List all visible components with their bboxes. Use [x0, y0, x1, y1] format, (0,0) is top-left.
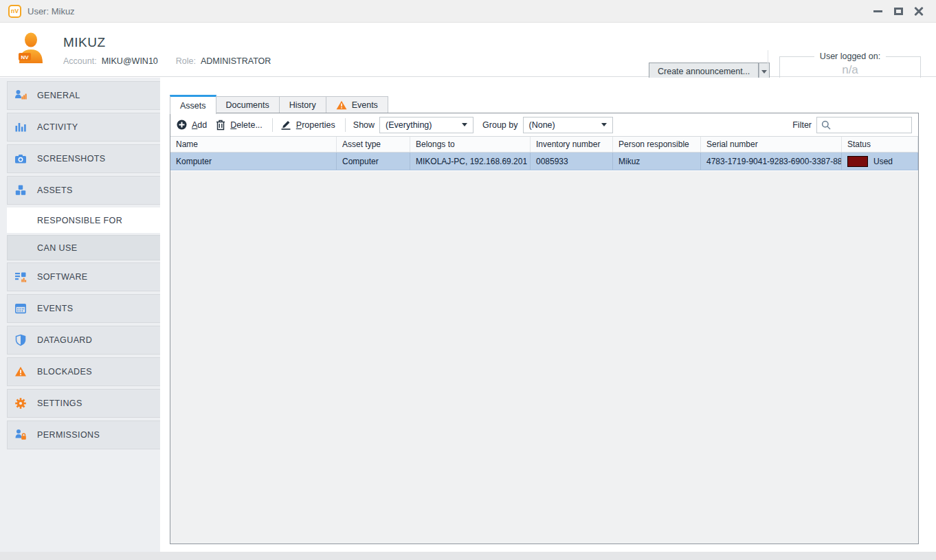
cell-person-responsible: Mikuz	[613, 153, 701, 170]
tab-assets[interactable]: Assets	[170, 95, 216, 114]
tab-events[interactable]: Events	[326, 96, 388, 113]
assets-toolbar: Add Delete... Pro	[170, 113, 918, 137]
add-button[interactable]: Add	[177, 120, 207, 130]
cell-name: Komputer	[170, 153, 337, 170]
status-color-swatch	[847, 156, 868, 167]
sidebar-item-permissions[interactable]: PERMISSIONS	[7, 421, 160, 449]
delete-icon	[216, 120, 225, 131]
group-by-dropdown-value: (None)	[529, 120, 555, 130]
minimize-icon	[873, 10, 882, 12]
window-title: User: Mikuz	[27, 6, 75, 16]
close-icon	[914, 6, 924, 16]
sidebar-item-label: CAN USE	[37, 243, 77, 253]
delete-button[interactable]: Delete...	[216, 120, 263, 131]
tab-label: Events	[352, 100, 378, 110]
sidebar-item-label: BLOCKADES	[37, 367, 92, 377]
column-header-status[interactable]: Status	[842, 137, 918, 152]
status-text: Used	[873, 157, 893, 166]
properties-icon	[280, 120, 291, 130]
logged-on-value: n/a	[780, 63, 920, 77]
bar-chart-icon	[14, 121, 27, 133]
tab-history[interactable]: History	[280, 96, 326, 113]
delete-label: Delete...	[230, 120, 263, 130]
software-icon	[14, 271, 27, 283]
column-header-name[interactable]: Name	[170, 137, 337, 152]
sidebar-item-dataguard[interactable]: DATAGUARD	[7, 326, 160, 355]
main-content: Assets Documents History Events	[160, 78, 936, 552]
group-by-label: Group by	[482, 120, 517, 130]
column-header-belongs-to[interactable]: Belongs to	[410, 137, 531, 152]
sidebar-item-settings[interactable]: SETTINGS	[7, 389, 160, 418]
sidebar-item-general[interactable]: GENERAL	[7, 81, 160, 110]
sidebar: GENERAL ACTIVITY SCREENSHOTS	[0, 78, 160, 552]
tab-label: Assets	[180, 101, 206, 111]
table-empty-area	[170, 171, 918, 544]
sidebar-item-label: ACTIVITY	[37, 122, 78, 132]
sidebar-item-label: GENERAL	[37, 91, 80, 100]
filter-label: Filter	[792, 120, 812, 130]
properties-button[interactable]: Properties	[280, 120, 335, 130]
show-label: Show	[353, 120, 375, 130]
table-header-row: Name Asset type Belongs to Inventory num…	[170, 137, 918, 153]
cell-asset-type: Computer	[337, 153, 410, 170]
sidebar-item-activity[interactable]: ACTIVITY	[7, 113, 160, 142]
account-value: MIKU@WIN10	[102, 56, 158, 66]
cell-belongs-to: MIKOLAJ-PC, 192.168.69.201	[410, 153, 531, 170]
filter-search-box	[816, 117, 912, 133]
sidebar-item-label: ASSETS	[37, 186, 73, 195]
show-dropdown[interactable]: (Everything)	[379, 117, 473, 133]
maximize-icon	[894, 8, 903, 15]
sidebar-item-can-use[interactable]: CAN USE	[7, 235, 160, 260]
column-header-serial-number[interactable]: Serial number	[701, 137, 842, 152]
show-dropdown-value: (Everything)	[386, 120, 432, 130]
toolbar-separator	[345, 118, 346, 132]
filter-group: Filter	[792, 117, 912, 133]
minimize-button[interactable]	[867, 2, 888, 20]
close-button[interactable]	[909, 2, 929, 20]
user-stats-icon	[14, 89, 27, 102]
app-logo-icon: nV	[8, 5, 21, 18]
cell-status: Used	[842, 153, 918, 170]
sidebar-item-label: RESPONSIBLE FOR	[37, 216, 122, 225]
sidebar-item-screenshots[interactable]: SCREENSHOTS	[7, 144, 160, 173]
sidebar-item-label: DATAGUARD	[37, 335, 92, 345]
sidebar-item-assets[interactable]: ASSETS	[7, 176, 160, 205]
sidebar-item-events[interactable]: EVENTS	[7, 294, 160, 323]
user-meta: Account:MIKU@WIN10Role:ADMINISTRATOR	[63, 56, 289, 66]
sidebar-item-label: EVENTS	[37, 304, 73, 313]
column-header-person-responsible[interactable]: Person responsible	[613, 137, 701, 152]
tab-label: Documents	[226, 100, 269, 110]
filter-input[interactable]	[834, 120, 907, 130]
calendar-icon	[14, 302, 27, 315]
maximize-button[interactable]	[888, 2, 909, 20]
tab-bar: Assets Documents History Events	[170, 95, 388, 113]
warning-triangle-icon	[336, 100, 347, 110]
sidebar-item-responsible-for[interactable]: RESPONSIBLE FOR	[7, 208, 160, 233]
group-by-dropdown[interactable]: (None)	[523, 117, 613, 133]
assets-cubes-icon	[14, 184, 27, 197]
cell-inventory-number: 0085933	[531, 153, 613, 170]
dropdown-caret-icon	[601, 123, 607, 126]
sidebar-item-label: SETTINGS	[37, 399, 82, 408]
sidebar-item-label: SCREENSHOTS	[37, 154, 106, 164]
user-header: NV MIKUZ Account:MIKU@WIN10Role:ADMINIST…	[0, 23, 936, 77]
tab-documents[interactable]: Documents	[216, 96, 280, 113]
toolbar-separator	[272, 118, 273, 132]
account-label: Account:	[63, 56, 97, 66]
shield-icon	[14, 334, 27, 346]
column-header-inventory-number[interactable]: Inventory number	[531, 137, 613, 152]
svg-text:NV: NV	[21, 54, 29, 60]
sidebar-item-software[interactable]: SOFTWARE	[7, 262, 160, 291]
column-header-asset-type[interactable]: Asset type	[337, 137, 410, 152]
logged-on-label: User logged on:	[814, 52, 886, 61]
role-label: Role:	[176, 56, 196, 66]
title-bar: nV User: Mikuz	[0, 0, 936, 23]
user-avatar-icon: NV	[16, 32, 44, 66]
properties-label: Properties	[296, 120, 335, 130]
window-bottom-edge	[0, 552, 936, 560]
sidebar-item-blockades[interactable]: BLOCKADES	[7, 357, 160, 386]
user-lock-icon	[14, 429, 27, 441]
search-icon	[821, 120, 831, 130]
table-row[interactable]: Komputer Computer MIKOLAJ-PC, 192.168.69…	[170, 153, 918, 170]
user-name: MIKUZ	[63, 35, 289, 50]
